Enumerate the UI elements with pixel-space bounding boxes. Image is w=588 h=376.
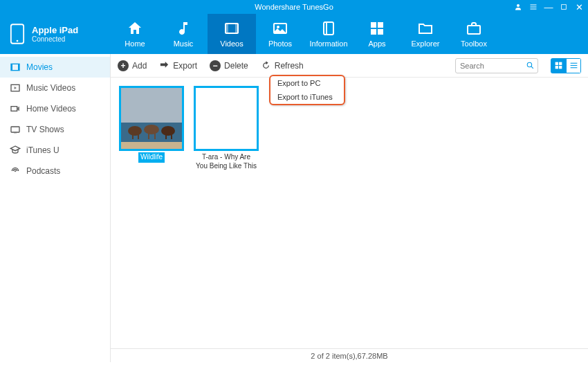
tab-videos[interactable]: Videos: [208, 14, 256, 54]
window-controls: — ✕: [513, 0, 584, 14]
export-button[interactable]: Export: [159, 60, 197, 71]
svg-point-27: [527, 62, 532, 67]
maximize-icon[interactable]: [559, 2, 569, 12]
sidebar-item-music-videos[interactable]: Music Videos: [0, 78, 110, 98]
close-icon[interactable]: ✕: [574, 2, 584, 12]
add-button[interactable]: +Add: [118, 60, 147, 71]
svg-rect-17: [378, 29, 383, 35]
sidebar-item-movies[interactable]: Movies: [0, 57, 110, 78]
nav-tabs: Home Music Videos Photos Information App…: [111, 14, 588, 54]
export-to-itunes[interactable]: Export to iTunes: [270, 90, 344, 104]
refresh-icon: [261, 60, 271, 71]
device-name: Apple iPad: [32, 25, 78, 35]
svg-rect-14: [371, 22, 376, 28]
sidebar-item-itunes-u[interactable]: iTunes U: [0, 140, 110, 161]
thumb-image: [119, 86, 184, 151]
header: Apple iPad Connected Home Music Videos P…: [0, 14, 588, 54]
export-to-pc[interactable]: Export to PC: [270, 76, 344, 90]
toolbar: +Add Export −Delete Refresh: [111, 54, 588, 78]
title-bar: Wondershare TunesGo — ✕: [0, 0, 588, 14]
svg-rect-15: [378, 22, 383, 28]
plus-icon: +: [118, 60, 129, 71]
svg-rect-29: [559, 62, 562, 65]
menu-icon[interactable]: [529, 2, 538, 12]
svg-rect-9: [235, 24, 238, 33]
sidebar-item-label: TV Shows: [26, 125, 64, 134]
svg-rect-12: [324, 22, 333, 35]
video-thumb[interactable]: T-ara - Why Are You Being Like This: [194, 86, 259, 171]
svg-rect-18: [468, 26, 480, 34]
svg-rect-32: [570, 63, 577, 64]
svg-point-0: [517, 4, 520, 7]
tab-music[interactable]: Music: [159, 14, 208, 54]
svg-rect-1: [531, 5, 537, 6]
svg-rect-13: [326, 22, 327, 35]
svg-rect-37: [121, 142, 182, 149]
search-icon: [526, 61, 535, 70]
export-dropdown: Export to PC Export to iTunes: [269, 75, 345, 105]
svg-rect-45: [165, 131, 167, 139]
sidebar-item-tv-shows[interactable]: TV Shows: [0, 119, 110, 140]
svg-point-26: [15, 170, 17, 172]
svg-point-41: [144, 125, 159, 134]
svg-rect-8: [226, 24, 228, 33]
svg-rect-4: [562, 5, 567, 10]
user-icon[interactable]: [513, 2, 523, 12]
svg-rect-20: [11, 64, 12, 70]
svg-rect-39: [132, 131, 134, 139]
svg-point-44: [161, 126, 175, 136]
sidebar: Movies Music Videos Home Videos TV Shows…: [0, 54, 111, 362]
svg-rect-25: [14, 132, 17, 133]
sidebar-item-label: Podcasts: [26, 166, 60, 176]
refresh-button[interactable]: Refresh: [261, 60, 304, 71]
search-wrap: [455, 58, 538, 73]
svg-rect-31: [559, 66, 562, 69]
app-title: Wondershare TunesGo: [255, 3, 333, 11]
svg-rect-43: [154, 129, 156, 139]
sidebar-item-label: iTunes U: [26, 145, 59, 155]
list-view-button[interactable]: [566, 58, 581, 73]
svg-rect-21: [18, 64, 19, 70]
svg-point-11: [277, 26, 279, 28]
tab-explorer[interactable]: Explorer: [401, 14, 450, 54]
sidebar-item-label: Music Videos: [26, 83, 75, 93]
content: +Add Export −Delete Refresh Export to PC…: [111, 54, 588, 362]
svg-rect-16: [371, 29, 376, 35]
main: Movies Music Videos Home Videos TV Shows…: [0, 54, 588, 362]
svg-rect-28: [555, 62, 558, 65]
device-status: Connected: [32, 35, 78, 43]
svg-rect-34: [570, 67, 577, 68]
view-toggle: [551, 58, 581, 73]
svg-rect-24: [11, 127, 19, 132]
video-thumb[interactable]: Wildlife: [119, 86, 184, 163]
thumb-title: Wildlife: [138, 152, 165, 163]
tab-apps[interactable]: Apps: [353, 14, 401, 54]
status-bar: 2 of 2 item(s),67.28MB: [111, 348, 588, 362]
device-pane[interactable]: Apple iPad Connected: [0, 24, 111, 44]
status-text: 2 of 2 item(s),67.28MB: [311, 352, 387, 360]
svg-rect-23: [11, 107, 17, 111]
grid-view-button[interactable]: [551, 58, 566, 73]
gallery: Wildlife T-ara - Why Are You Being Like …: [111, 78, 588, 348]
svg-rect-30: [555, 66, 558, 69]
tab-information[interactable]: Information: [304, 14, 353, 54]
svg-rect-35: [121, 88, 182, 123]
wildlife-image: [121, 88, 182, 149]
svg-rect-2: [531, 7, 537, 8]
thumb-title: T-ara - Why Are You Being Like This: [194, 152, 259, 171]
tab-home[interactable]: Home: [111, 14, 159, 54]
tab-photos[interactable]: Photos: [256, 14, 304, 54]
svg-rect-3: [531, 9, 537, 10]
delete-button[interactable]: −Delete: [210, 60, 248, 71]
svg-rect-46: [171, 131, 172, 139]
tab-toolbox[interactable]: Toolbox: [450, 14, 498, 54]
minimize-icon[interactable]: —: [544, 2, 553, 12]
sidebar-item-label: Movies: [26, 62, 53, 72]
minus-icon: −: [210, 60, 221, 71]
export-icon: [159, 60, 169, 71]
svg-point-38: [128, 126, 142, 136]
sidebar-item-podcasts[interactable]: Podcasts: [0, 161, 110, 181]
svg-rect-33: [570, 65, 577, 66]
sidebar-item-home-videos[interactable]: Home Videos: [0, 98, 110, 119]
svg-rect-42: [148, 129, 149, 139]
